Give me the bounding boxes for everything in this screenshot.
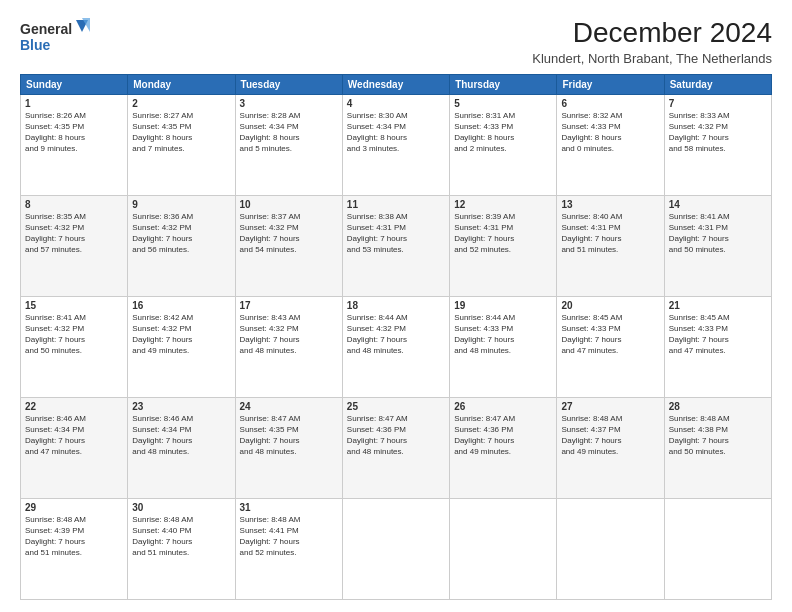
- day-number: 31: [240, 502, 338, 513]
- header: General Blue December 2024 Klundert, Nor…: [20, 18, 772, 66]
- day-number: 16: [132, 300, 230, 311]
- main-title: December 2024: [532, 18, 772, 49]
- day-number: 8: [25, 199, 123, 210]
- day-cell: 11Sunrise: 8:38 AM Sunset: 4:31 PM Dayli…: [342, 195, 449, 296]
- day-number: 21: [669, 300, 767, 311]
- day-number: 22: [25, 401, 123, 412]
- week-row-5: 29Sunrise: 8:48 AM Sunset: 4:39 PM Dayli…: [21, 498, 772, 599]
- day-cell: 13Sunrise: 8:40 AM Sunset: 4:31 PM Dayli…: [557, 195, 664, 296]
- day-info: Sunrise: 8:30 AM Sunset: 4:34 PM Dayligh…: [347, 110, 445, 155]
- day-info: Sunrise: 8:26 AM Sunset: 4:35 PM Dayligh…: [25, 110, 123, 155]
- day-number: 30: [132, 502, 230, 513]
- day-info: Sunrise: 8:28 AM Sunset: 4:34 PM Dayligh…: [240, 110, 338, 155]
- day-info: Sunrise: 8:37 AM Sunset: 4:32 PM Dayligh…: [240, 211, 338, 256]
- day-cell: 7Sunrise: 8:33 AM Sunset: 4:32 PM Daylig…: [664, 94, 771, 195]
- day-cell: 3Sunrise: 8:28 AM Sunset: 4:34 PM Daylig…: [235, 94, 342, 195]
- day-number: 7: [669, 98, 767, 109]
- day-cell: 15Sunrise: 8:41 AM Sunset: 4:32 PM Dayli…: [21, 296, 128, 397]
- day-info: Sunrise: 8:47 AM Sunset: 4:35 PM Dayligh…: [240, 413, 338, 458]
- day-number: 29: [25, 502, 123, 513]
- day-cell: 14Sunrise: 8:41 AM Sunset: 4:31 PM Dayli…: [664, 195, 771, 296]
- day-number: 14: [669, 199, 767, 210]
- day-number: 2: [132, 98, 230, 109]
- day-cell: 27Sunrise: 8:48 AM Sunset: 4:37 PM Dayli…: [557, 397, 664, 498]
- day-number: 9: [132, 199, 230, 210]
- day-number: 13: [561, 199, 659, 210]
- day-info: Sunrise: 8:35 AM Sunset: 4:32 PM Dayligh…: [25, 211, 123, 256]
- day-info: Sunrise: 8:41 AM Sunset: 4:32 PM Dayligh…: [25, 312, 123, 357]
- day-cell: 12Sunrise: 8:39 AM Sunset: 4:31 PM Dayli…: [450, 195, 557, 296]
- day-info: Sunrise: 8:38 AM Sunset: 4:31 PM Dayligh…: [347, 211, 445, 256]
- calendar-table: SundayMondayTuesdayWednesdayThursdayFrid…: [20, 74, 772, 600]
- day-cell: 21Sunrise: 8:45 AM Sunset: 4:33 PM Dayli…: [664, 296, 771, 397]
- weekday-header-sunday: Sunday: [21, 74, 128, 94]
- day-info: Sunrise: 8:48 AM Sunset: 4:39 PM Dayligh…: [25, 514, 123, 559]
- week-row-1: 1Sunrise: 8:26 AM Sunset: 4:35 PM Daylig…: [21, 94, 772, 195]
- day-info: Sunrise: 8:40 AM Sunset: 4:31 PM Dayligh…: [561, 211, 659, 256]
- day-cell: 5Sunrise: 8:31 AM Sunset: 4:33 PM Daylig…: [450, 94, 557, 195]
- day-info: Sunrise: 8:42 AM Sunset: 4:32 PM Dayligh…: [132, 312, 230, 357]
- day-info: Sunrise: 8:45 AM Sunset: 4:33 PM Dayligh…: [561, 312, 659, 357]
- day-info: Sunrise: 8:43 AM Sunset: 4:32 PM Dayligh…: [240, 312, 338, 357]
- day-info: Sunrise: 8:48 AM Sunset: 4:41 PM Dayligh…: [240, 514, 338, 559]
- subtitle: Klundert, North Brabant, The Netherlands: [532, 51, 772, 66]
- day-info: Sunrise: 8:48 AM Sunset: 4:40 PM Dayligh…: [132, 514, 230, 559]
- day-cell: [342, 498, 449, 599]
- day-cell: 4Sunrise: 8:30 AM Sunset: 4:34 PM Daylig…: [342, 94, 449, 195]
- day-info: Sunrise: 8:47 AM Sunset: 4:36 PM Dayligh…: [347, 413, 445, 458]
- day-cell: 26Sunrise: 8:47 AM Sunset: 4:36 PM Dayli…: [450, 397, 557, 498]
- day-cell: 9Sunrise: 8:36 AM Sunset: 4:32 PM Daylig…: [128, 195, 235, 296]
- day-cell: 30Sunrise: 8:48 AM Sunset: 4:40 PM Dayli…: [128, 498, 235, 599]
- day-cell: 18Sunrise: 8:44 AM Sunset: 4:32 PM Dayli…: [342, 296, 449, 397]
- day-number: 24: [240, 401, 338, 412]
- day-info: Sunrise: 8:47 AM Sunset: 4:36 PM Dayligh…: [454, 413, 552, 458]
- day-cell: 28Sunrise: 8:48 AM Sunset: 4:38 PM Dayli…: [664, 397, 771, 498]
- day-cell: 8Sunrise: 8:35 AM Sunset: 4:32 PM Daylig…: [21, 195, 128, 296]
- day-number: 11: [347, 199, 445, 210]
- day-number: 10: [240, 199, 338, 210]
- weekday-header-wednesday: Wednesday: [342, 74, 449, 94]
- day-cell: 25Sunrise: 8:47 AM Sunset: 4:36 PM Dayli…: [342, 397, 449, 498]
- day-number: 17: [240, 300, 338, 311]
- day-cell: 17Sunrise: 8:43 AM Sunset: 4:32 PM Dayli…: [235, 296, 342, 397]
- day-cell: 23Sunrise: 8:46 AM Sunset: 4:34 PM Dayli…: [128, 397, 235, 498]
- day-number: 4: [347, 98, 445, 109]
- day-info: Sunrise: 8:33 AM Sunset: 4:32 PM Dayligh…: [669, 110, 767, 155]
- day-cell: 6Sunrise: 8:32 AM Sunset: 4:33 PM Daylig…: [557, 94, 664, 195]
- day-number: 27: [561, 401, 659, 412]
- weekday-header-row: SundayMondayTuesdayWednesdayThursdayFrid…: [21, 74, 772, 94]
- day-cell: 31Sunrise: 8:48 AM Sunset: 4:41 PM Dayli…: [235, 498, 342, 599]
- title-block: December 2024 Klundert, North Brabant, T…: [532, 18, 772, 66]
- svg-text:General: General: [20, 21, 72, 37]
- logo-svg: General Blue: [20, 18, 90, 58]
- day-cell: 19Sunrise: 8:44 AM Sunset: 4:33 PM Dayli…: [450, 296, 557, 397]
- day-cell: 1Sunrise: 8:26 AM Sunset: 4:35 PM Daylig…: [21, 94, 128, 195]
- day-cell: [664, 498, 771, 599]
- day-number: 5: [454, 98, 552, 109]
- weekday-header-tuesday: Tuesday: [235, 74, 342, 94]
- day-cell: 16Sunrise: 8:42 AM Sunset: 4:32 PM Dayli…: [128, 296, 235, 397]
- day-info: Sunrise: 8:46 AM Sunset: 4:34 PM Dayligh…: [132, 413, 230, 458]
- day-cell: 24Sunrise: 8:47 AM Sunset: 4:35 PM Dayli…: [235, 397, 342, 498]
- weekday-header-thursday: Thursday: [450, 74, 557, 94]
- day-number: 3: [240, 98, 338, 109]
- day-number: 18: [347, 300, 445, 311]
- day-info: Sunrise: 8:48 AM Sunset: 4:37 PM Dayligh…: [561, 413, 659, 458]
- day-info: Sunrise: 8:41 AM Sunset: 4:31 PM Dayligh…: [669, 211, 767, 256]
- day-cell: [557, 498, 664, 599]
- day-number: 28: [669, 401, 767, 412]
- logo: General Blue: [20, 18, 90, 58]
- day-number: 12: [454, 199, 552, 210]
- week-row-2: 8Sunrise: 8:35 AM Sunset: 4:32 PM Daylig…: [21, 195, 772, 296]
- svg-text:Blue: Blue: [20, 37, 51, 53]
- weekday-header-saturday: Saturday: [664, 74, 771, 94]
- day-number: 19: [454, 300, 552, 311]
- day-cell: 22Sunrise: 8:46 AM Sunset: 4:34 PM Dayli…: [21, 397, 128, 498]
- weekday-header-friday: Friday: [557, 74, 664, 94]
- day-info: Sunrise: 8:27 AM Sunset: 4:35 PM Dayligh…: [132, 110, 230, 155]
- day-number: 1: [25, 98, 123, 109]
- day-info: Sunrise: 8:32 AM Sunset: 4:33 PM Dayligh…: [561, 110, 659, 155]
- day-cell: [450, 498, 557, 599]
- day-info: Sunrise: 8:39 AM Sunset: 4:31 PM Dayligh…: [454, 211, 552, 256]
- week-row-4: 22Sunrise: 8:46 AM Sunset: 4:34 PM Dayli…: [21, 397, 772, 498]
